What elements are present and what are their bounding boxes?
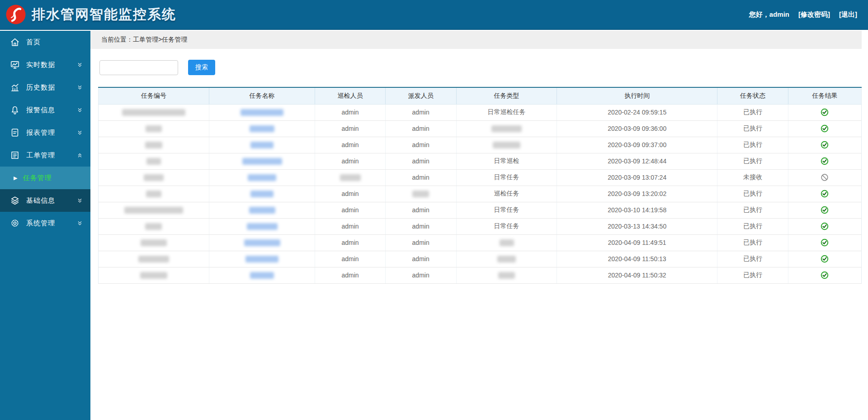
redacted-value	[124, 207, 183, 214]
cell-exec-time: 2020-04-09 11:50:13	[557, 251, 717, 267]
sidebar-item-label: 历史数据	[26, 83, 76, 92]
sidebar-subitem-task-management[interactable]: ▶任务管理	[0, 167, 90, 189]
chevron-double-down-icon	[76, 197, 83, 204]
cell-task-name[interactable]	[209, 153, 315, 169]
sidebar-item-label: 工单管理	[26, 151, 76, 160]
column-header-task-type: 任务类型	[456, 87, 557, 104]
redacted-value	[250, 272, 274, 279]
redacted-value	[145, 142, 162, 148]
cell-inspector: admin	[315, 120, 385, 137]
chevron-double-down-icon	[76, 220, 83, 227]
redacted-value	[497, 256, 516, 262]
cell-task-status: 已执行	[717, 218, 788, 234]
search-bar: 搜索	[99, 60, 868, 75]
table-row: adminadmin日常巡检2020-03-09 12:48:44已执行	[99, 153, 862, 169]
table-row: adminadmin2020-04-09 11:49:51已执行	[99, 234, 862, 251]
chevron-double-down-icon	[76, 129, 83, 136]
redacted-value	[145, 223, 162, 230]
cell-task-name[interactable]	[209, 104, 315, 120]
realtime-data-icon	[10, 60, 20, 70]
cell-inspector: admin	[315, 137, 385, 153]
redacted-value	[250, 125, 274, 132]
redacted-value	[244, 239, 280, 246]
cell-task-name[interactable]	[209, 218, 315, 234]
cell-inspector: admin	[315, 234, 385, 251]
search-button[interactable]: 搜索	[188, 60, 215, 75]
redacted-value	[141, 239, 167, 246]
cell-task-status: 已执行	[717, 104, 788, 120]
column-header-task-status: 任务状态	[717, 87, 788, 104]
cell-task-result	[788, 202, 861, 218]
chevron-double-down-icon	[76, 107, 83, 114]
cell-task-status: 已执行	[717, 137, 788, 153]
cell-task-name[interactable]	[209, 137, 315, 153]
cell-task-name[interactable]	[209, 251, 315, 267]
cell-task-no	[99, 137, 209, 153]
sidebar-item-realtime-data[interactable]: 实时数据	[0, 53, 90, 76]
cell-task-no	[99, 251, 209, 267]
change-password-link[interactable]: [修改密码]	[798, 10, 830, 19]
cell-task-status: 已执行	[717, 202, 788, 218]
column-header-exec-time: 执行时间	[557, 87, 717, 104]
redacted-value	[250, 142, 274, 148]
sidebar-item-label: 实时数据	[26, 61, 76, 69]
sidebar-item-history-data[interactable]: 历史数据	[0, 76, 90, 99]
cell-inspector: admin	[315, 218, 385, 234]
sidebar-item-system-management[interactable]: 系统管理	[0, 212, 90, 234]
app-title: 排水管网智能监控系统	[32, 5, 176, 24]
app-header: 排水管网智能监控系统 您好，admin [修改密码] [退出]	[0, 0, 868, 30]
redacted-value	[340, 174, 361, 181]
cell-task-name[interactable]	[209, 169, 315, 186]
redacted-value	[241, 109, 283, 116]
user-area: 您好，admin [修改密码] [退出]	[749, 10, 857, 19]
redacted-value	[242, 158, 282, 165]
breadcrumb: 当前位置：工单管理>任务管理	[90, 31, 862, 49]
cell-inspector	[315, 169, 385, 186]
cell-dispatcher: admin	[385, 137, 456, 153]
cell-task-status: 已执行	[717, 267, 788, 283]
task-table: 任务编号任务名称巡检人员派发人员任务类型执行时间任务状态任务结果 adminad…	[98, 87, 862, 284]
table-row: adminadmin日常任务2020-03-10 14:19:58已执行	[99, 202, 862, 218]
sidebar-item-workorder-management[interactable]: 工单管理	[0, 144, 90, 167]
cell-task-name[interactable]	[209, 120, 315, 137]
caret-right-icon: ▶	[14, 175, 17, 181]
cell-task-name[interactable]	[209, 186, 315, 202]
sidebar-item-report-management[interactable]: 报表管理	[0, 121, 90, 144]
table-row: adminadmin日常巡检任务2020-02-24 09:59:15已执行	[99, 104, 862, 120]
cell-inspector: admin	[315, 251, 385, 267]
redacted-value	[493, 142, 520, 148]
cell-task-result	[788, 186, 861, 202]
cell-exec-time: 2020-03-09 09:37:00	[557, 137, 717, 153]
search-input[interactable]	[99, 60, 178, 75]
redacted-value	[144, 174, 164, 181]
cell-dispatcher: admin	[385, 104, 456, 120]
app-logo-icon	[5, 4, 26, 25]
cell-exec-time: 2020-03-09 09:36:00	[557, 120, 717, 137]
cell-task-type: 日常任务	[456, 202, 557, 218]
redacted-value	[245, 256, 278, 262]
sidebar-item-alarm-info[interactable]: 报警信息	[0, 99, 90, 121]
cell-task-status: 已执行	[717, 153, 788, 169]
redacted-value	[122, 109, 185, 116]
cell-task-name[interactable]	[209, 202, 315, 218]
redacted-value	[146, 158, 161, 165]
column-header-task-no: 任务编号	[99, 87, 209, 104]
cell-inspector: admin	[315, 186, 385, 202]
logout-link[interactable]: [退出]	[839, 10, 857, 19]
alarm-bell-icon	[10, 105, 20, 115]
success-check-icon	[821, 206, 829, 214]
cell-task-name[interactable]	[209, 234, 315, 251]
sidebar-item-home[interactable]: 首页	[0, 31, 90, 53]
column-header-task-name: 任务名称	[209, 87, 315, 104]
cell-task-name[interactable]	[209, 267, 315, 283]
brand: 排水管网智能监控系统	[5, 4, 176, 25]
sidebar-item-basic-info[interactable]: 基础信息	[0, 189, 90, 212]
sidebar-subitem-label: 任务管理	[23, 174, 52, 182]
table-row: adminadmin日常任务2020-03-13 14:34:50已执行	[99, 218, 862, 234]
redacted-value	[250, 191, 274, 197]
cell-exec-time: 2020-02-24 09:59:15	[557, 104, 717, 120]
cell-dispatcher: admin	[385, 251, 456, 267]
history-data-icon	[10, 82, 20, 92]
cell-task-no	[99, 120, 209, 137]
cell-inspector: admin	[315, 267, 385, 283]
